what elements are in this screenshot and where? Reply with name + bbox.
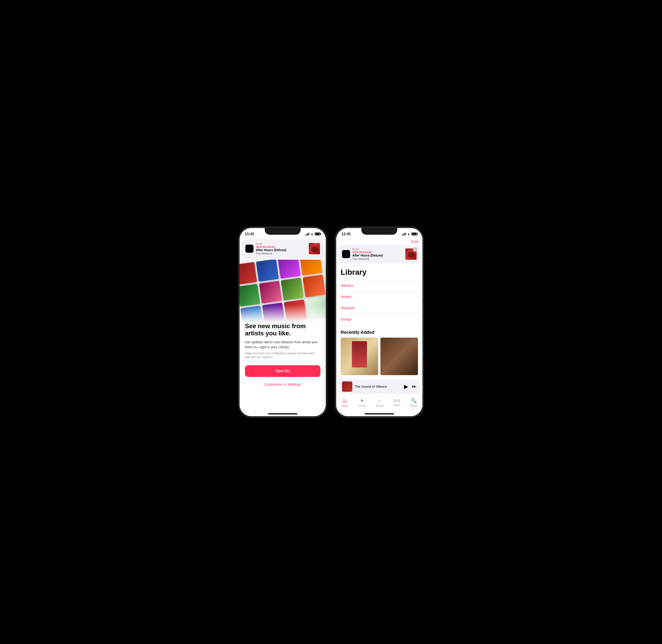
status-icons-2: ▲	[402, 232, 417, 236]
notch-2	[361, 228, 397, 235]
notif-header-2: Music	[352, 248, 403, 251]
album-tile	[278, 260, 301, 279]
time-1: 11:41	[245, 232, 254, 236]
notif-title: After Hours (Deluxe)	[256, 248, 307, 252]
library-tab-label: Library	[341, 405, 348, 407]
mini-player: The Sound of Silence ▶ ⏭	[339, 379, 420, 394]
tab-radio[interactable]: ((•)) Radio	[394, 398, 400, 406]
weeknd-art	[309, 243, 320, 254]
mini-player-art	[342, 382, 352, 392]
album-thumb-1[interactable]	[341, 338, 378, 375]
tab-bar: 🗂 Library ♥ For You ♪ Browse ((•)) Radio…	[336, 396, 422, 412]
recently-added-section: Recently Added	[336, 325, 422, 377]
permission-content: See new music from artists you like. Get…	[240, 323, 326, 398]
screen-content-2: Edit ♪ Music NEW RELEASE After Hours (De…	[336, 238, 422, 416]
artists-label: Artists	[341, 295, 351, 299]
library-item-artists[interactable]: Artists ›	[341, 292, 418, 303]
edit-button[interactable]: Edit	[412, 240, 418, 244]
notif-subtitle: The Weeknd	[256, 252, 307, 255]
album-tile	[240, 262, 257, 285]
library-item-albums[interactable]: Albums ›	[341, 280, 418, 292]
notif-new-release-2: NEW RELEASE	[352, 251, 403, 254]
tab-for-you[interactable]: ♥ For You	[358, 398, 366, 407]
skip-button[interactable]: ⏭	[412, 384, 417, 389]
album-grid	[341, 338, 418, 375]
music-app-icon-2: ♪	[342, 250, 350, 258]
home-indicator-1	[268, 413, 297, 414]
phone-1: 11:41 ▲ Not Now ♪	[239, 227, 327, 417]
battery-icon	[315, 232, 321, 235]
radio-tab-icon: ((•))	[394, 398, 400, 403]
album-collage	[240, 260, 326, 323]
home-indicator-2	[365, 413, 394, 414]
notif-app-name: Music	[256, 243, 263, 246]
permission-desc: Get updates about new releases from arti…	[245, 340, 321, 350]
notification-banner: ♪ Music NEW RELEASE After Hours (Deluxe)…	[242, 240, 323, 258]
close-notification-button[interactable]: ×	[413, 247, 418, 252]
mini-player-title: The Sound of Silence	[355, 385, 402, 388]
battery-icon-2	[412, 232, 417, 235]
album-tile	[240, 284, 260, 307]
notch-1	[265, 228, 301, 235]
album-tile	[281, 278, 304, 301]
library-list: Albums › Artists › Playlists › Songs ›	[341, 280, 418, 325]
search-tab-label: Search	[410, 405, 418, 407]
tab-search[interactable]: 🔍 Search	[410, 398, 418, 407]
notif-content: Music NEW RELEASE After Hours (Deluxe) T…	[256, 243, 307, 255]
tab-browse[interactable]: ♪ Browse	[376, 398, 383, 407]
recently-added-title: Recently Added	[341, 330, 418, 335]
chevron-icon: ›	[417, 317, 418, 322]
album-tile	[256, 260, 279, 282]
library-tab-icon: 🗂	[342, 398, 347, 404]
album-artwork-notif	[309, 243, 320, 254]
notif-header: Music	[256, 243, 307, 246]
wifi-icon-2: ▲	[407, 232, 410, 236]
albums-label: Albums	[341, 283, 353, 288]
library-title: Library	[336, 266, 422, 280]
notif-app-name-2: Music	[352, 248, 359, 251]
turn-on-button[interactable]: Turn On	[245, 365, 321, 377]
album-art-2	[380, 338, 418, 375]
collage-fade	[240, 305, 326, 323]
album-tile	[259, 280, 282, 303]
library-item-playlists[interactable]: Playlists ›	[341, 303, 418, 314]
play-button[interactable]: ▶	[404, 384, 408, 390]
browse-tab-label: Browse	[376, 405, 383, 407]
chevron-icon: ›	[417, 295, 418, 299]
notif-subtitle-2: The Weeknd	[352, 257, 403, 260]
songs-label: Songs	[341, 317, 351, 322]
browse-tab-icon: ♪	[378, 398, 381, 404]
status-icons-1: ▲	[305, 232, 321, 236]
notification-banner-2: ♪ Music NEW RELEASE After Hours (Deluxe)…	[339, 245, 420, 263]
notif-content-2: Music NEW RELEASE After Hours (Deluxe) T…	[352, 248, 403, 260]
permission-note: Apple associates your notifications view…	[245, 351, 321, 359]
search-tab-icon: 🔍	[411, 398, 417, 404]
time-2: 11:41	[341, 232, 351, 236]
music-app-icon: ♪	[245, 245, 253, 253]
library-header: Edit	[336, 238, 422, 244]
wifi-icon: ▲	[311, 232, 313, 236]
chevron-icon: ›	[417, 283, 418, 288]
library-item-songs[interactable]: Songs ›	[341, 314, 418, 325]
notif-new-release-label: NEW RELEASE	[256, 246, 307, 248]
customize-link[interactable]: Customize in Settings	[245, 381, 321, 394]
album-thumb-2[interactable]	[380, 338, 418, 375]
chevron-icon: ›	[417, 306, 418, 310]
playlists-label: Playlists	[341, 306, 355, 310]
screen-content-1: ♪ Music NEW RELEASE After Hours (Deluxe)…	[240, 238, 326, 416]
for-you-tab-icon: ♥	[360, 398, 363, 404]
notif-title-2: After Hours (Deluxe)	[352, 254, 403, 257]
phone-2: 11:41 ▲ Edit ♪	[335, 227, 423, 417]
radio-tab-label: Radio	[394, 404, 400, 406]
album-tile	[303, 275, 326, 297]
album-art-1	[341, 338, 378, 375]
for-you-tab-label: For You	[358, 405, 366, 407]
signal-icon	[305, 233, 309, 235]
permission-title: See new music from artists you like.	[245, 323, 321, 337]
tab-library[interactable]: 🗂 Library	[341, 398, 348, 407]
album-tile	[300, 260, 323, 276]
signal-icon-2	[402, 233, 406, 235]
